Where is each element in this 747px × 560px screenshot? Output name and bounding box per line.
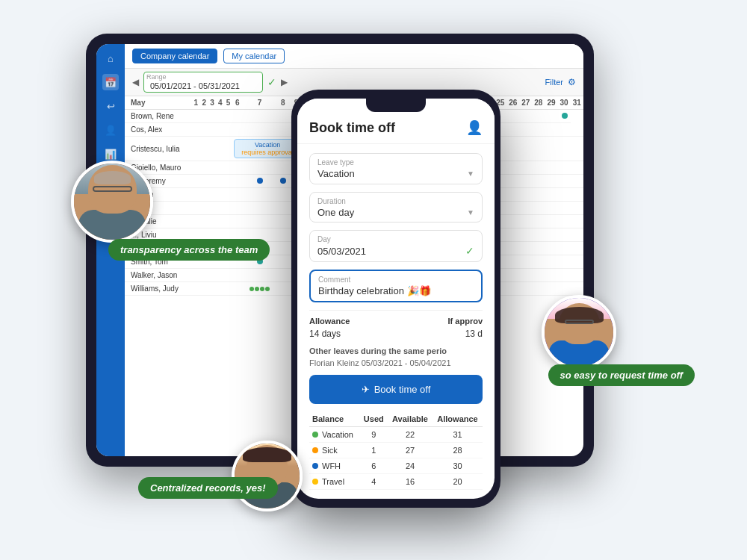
range-check-icon: ✓ — [267, 76, 276, 88]
employee-name: Cristescu, Iulia — [125, 137, 192, 161]
available-value: 24 — [388, 458, 433, 474]
sidebar-person-icon[interactable]: 👤 — [102, 122, 119, 138]
tab-company-calendar[interactable]: Company calendar — [132, 49, 217, 63]
sidebar-back-icon[interactable]: ↩ — [102, 98, 119, 114]
other-leaves-title: Other leaves during the same perio — [309, 346, 483, 355]
employee-name: Walker, Jason — [125, 269, 192, 282]
leave-type-dot — [312, 463, 318, 469]
leave-dot — [255, 287, 259, 291]
leave-type-name: Vacation — [322, 430, 353, 439]
allowance-value: 28 — [433, 443, 483, 458]
duration-value: One day ▼ — [310, 205, 482, 223]
leave-dot — [257, 178, 263, 184]
sidebar-home-icon[interactable]: ⌂ — [102, 50, 119, 66]
allowance-label: Allowance — [309, 317, 350, 326]
leave-type-name: WFH — [322, 461, 341, 470]
avatar-woman-phone — [542, 295, 616, 370]
balance-header-row: Balance Used Available Allowance — [309, 411, 483, 427]
used-value: 6 — [360, 458, 388, 474]
day-value: 05/03/2021 ✓ — [310, 243, 482, 261]
day-31: 31 — [571, 96, 583, 110]
send-icon: ✈ — [362, 384, 370, 395]
chevron-down-icon: ▼ — [467, 208, 474, 217]
duration-label: Duration — [310, 193, 482, 205]
sidebar-calendar-icon[interactable]: 📅 — [102, 74, 119, 90]
transparency-bubble: transparency across the team — [108, 239, 270, 261]
leave-dot — [562, 113, 568, 119]
allowance-col-header: Allowance — [433, 411, 483, 427]
leave-type-field[interactable]: Leave type Vacation ▼ — [309, 153, 483, 184]
vacation-badge-text: Vacation — [238, 141, 297, 149]
other-leave-item: Florian Kleinz 05/03/2021 - 05/04/2021 — [309, 358, 483, 367]
avatar-man — [71, 161, 153, 243]
allowance-section: Allowance If approv 14 days 13 d — [309, 310, 483, 339]
leave-type-name: Travel — [322, 477, 344, 486]
employee-name: Williams, Judy — [125, 282, 192, 296]
used-value: 4 — [360, 474, 388, 490]
leave-type-value: Vacation ▼ — [310, 167, 482, 184]
used-value: 1 — [360, 443, 388, 458]
leave-type-name: Sick — [322, 446, 338, 455]
vacation-approval-text: requires approval — [238, 149, 297, 156]
balance-row: Vacation 9 22 31 — [309, 427, 483, 443]
book-button-label: Book time off — [374, 384, 431, 395]
comment-value: Birthday celebration 🎉🎁 — [318, 285, 474, 296]
allowance-value: 31 — [433, 427, 483, 443]
day-4: 4 — [216, 96, 224, 110]
leave-type-cell: Travel — [309, 474, 360, 490]
duration-field[interactable]: Duration One day ▼ — [309, 192, 483, 223]
balance-row: Travel 4 16 20 — [309, 474, 483, 490]
phone-notch — [366, 99, 426, 112]
leave-type-dot — [312, 432, 318, 438]
phone-screen: Book time off 👤 Leave type Vacation ▼ Du… — [297, 99, 495, 499]
range-prev-arrow[interactable]: ◀ — [132, 77, 139, 87]
allowance-value: 30 — [433, 458, 483, 474]
leave-dot — [249, 287, 254, 291]
day-3: 3 — [208, 96, 217, 110]
day-1: 1 — [192, 96, 200, 110]
tab-my-calendar[interactable]: My calendar — [223, 49, 285, 63]
available-value: 27 — [388, 443, 433, 458]
leave-type-dot — [312, 447, 318, 453]
sidebar-chart-icon[interactable]: 📊 — [102, 146, 119, 162]
day-27: 27 — [519, 96, 532, 110]
phone-device: Book time off 👤 Leave type Vacation ▼ Du… — [291, 90, 500, 508]
day-26: 26 — [506, 96, 519, 110]
balance-row: Sick 1 27 28 — [309, 443, 483, 458]
day-field[interactable]: Day 05/03/2021 ✓ — [309, 230, 483, 262]
available-col-header: Available — [388, 411, 433, 427]
employee-name: Cos, Alex — [125, 123, 192, 137]
leave-type-cell: Sick — [309, 443, 360, 458]
month-header: May — [125, 96, 192, 110]
available-value: 16 — [388, 474, 433, 490]
avatar-woman-bottom — [232, 441, 303, 511]
book-time-off-button[interactable]: ✈ Book time off — [309, 375, 483, 404]
used-col-header: Used — [360, 411, 388, 427]
day-6: 6 — [232, 96, 243, 110]
day-29: 29 — [545, 96, 557, 110]
allowance-values: 14 days 13 d — [309, 329, 483, 339]
leave-type-dot — [312, 479, 318, 485]
top-bar: Company calendar My calendar — [125, 44, 583, 69]
centralized-bubble: Centralized records, yes! — [138, 477, 278, 499]
balance-col-header: Balance — [309, 411, 360, 427]
day-30: 30 — [557, 96, 570, 110]
leave-type-label: Leave type — [310, 154, 482, 167]
day-8: 8 — [276, 96, 290, 110]
day-28: 28 — [532, 96, 545, 110]
range-next-arrow[interactable]: ▶ — [281, 77, 288, 87]
check-icon: ✓ — [465, 245, 474, 257]
easy-bubble: so easy to request time off — [548, 364, 695, 386]
allowance-header: Allowance If approv — [309, 317, 483, 326]
comment-field[interactable]: Comment Birthday celebration 🎉🎁 — [309, 270, 483, 302]
day-7: 7 — [243, 96, 276, 110]
other-leaves-section: Other leaves during the same perio Flori… — [309, 346, 483, 367]
phone-body: Leave type Vacation ▼ Duration One day ▼… — [297, 144, 495, 499]
day-label: Day — [310, 231, 482, 243]
chevron-down-icon: ▼ — [467, 169, 474, 178]
filter-button[interactable]: Filter — [545, 78, 563, 87]
employee-name: Brown, Rene — [125, 110, 192, 123]
balance-row: WFH 6 24 30 — [309, 458, 483, 474]
leave-type-cell: WFH — [309, 458, 360, 474]
balance-table: Balance Used Available Allowance Vacatio… — [309, 411, 483, 490]
